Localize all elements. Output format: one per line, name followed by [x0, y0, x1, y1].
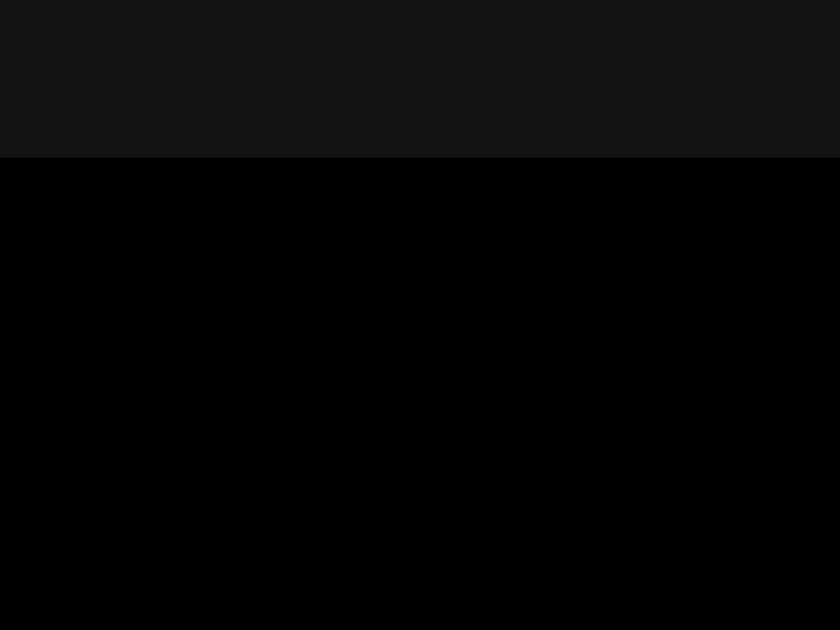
screenshot-grid [0, 0, 840, 158]
